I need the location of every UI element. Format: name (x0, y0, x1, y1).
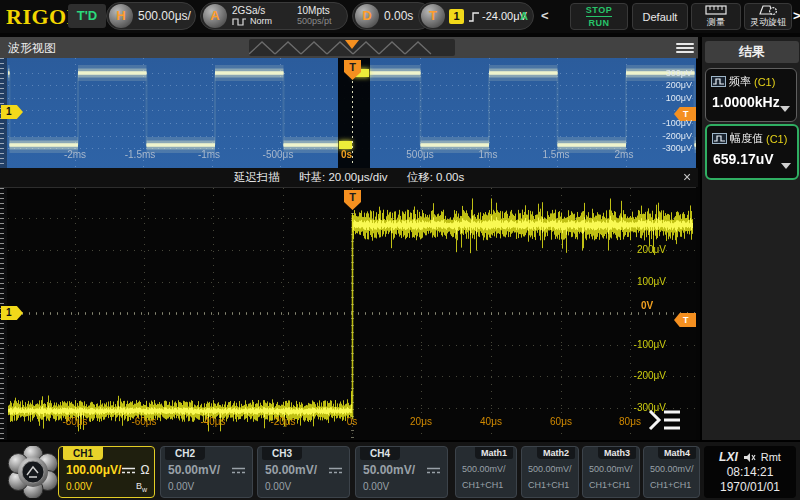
math-scale: 500.00mV/ (528, 464, 572, 474)
overview-time-label: -500μs (263, 149, 294, 160)
dc-coupling-icon (328, 466, 343, 475)
lxi-label: LXI (719, 450, 738, 464)
system-status-block[interactable]: LXI Rmt 08:14:21 1970/01/01 (704, 446, 796, 498)
results-title: 结果 (705, 41, 799, 63)
quick-menu-icon[interactable] (646, 408, 684, 432)
main-volt-label: 200μV (637, 244, 666, 255)
channel-offset: 0.00V (265, 481, 291, 492)
channel-scale: 100.00μV/ (66, 463, 121, 477)
math-tab: Math2 (537, 447, 575, 459)
result-item-header: 频率(C1) (711, 74, 775, 89)
measure-button[interactable]: 测量 (691, 3, 741, 30)
overview-volt-label: 200μV (666, 80, 692, 90)
math-expression: CH1+CH1 (462, 480, 503, 490)
trigger-status-badge: T'D (68, 4, 106, 28)
channel-tab: CH2 (165, 447, 205, 460)
math-block-math3[interactable]: Math3500.00mV/CH1+CH1 (582, 446, 640, 498)
channel-block-ch4[interactable]: CH450.00mV/0.00V (355, 446, 448, 498)
zero-volt-label: 0V (641, 300, 653, 311)
math-expression: CH1+CH1 (650, 480, 691, 490)
channel-scale-row: 50.00mV/ (265, 463, 343, 477)
channel-block-ch3[interactable]: CH350.00mV/0.00V (257, 446, 350, 498)
channel-scale: 50.00mV/ (265, 463, 317, 477)
result-source: (C1) (766, 133, 787, 145)
channel-scale-row: 100.00μV/Ω (66, 463, 148, 477)
channel-offset-row: 0.00V (363, 481, 440, 492)
measure-waveform-icon (711, 76, 726, 87)
channel-scale-row: 50.00mV/ (363, 463, 441, 477)
main-volt-label: -100μV (634, 339, 666, 350)
horizontal-key-icon: H (109, 4, 133, 28)
math-block-math4[interactable]: Math4500.00mV/CH1+CH1 (643, 446, 700, 498)
main-time-label: 20μs (410, 416, 432, 427)
navigation-knob-icon[interactable] (7, 446, 59, 498)
memory-position-strip[interactable] (249, 39, 455, 56)
memory-depth: 10Mpts (297, 5, 332, 16)
overview-waveform-panel: 1 T T 0s -2ms-1.5ms-1ms-500μs500μs1ms1.5… (0, 58, 696, 168)
math-scale: 500.00mV/ (650, 464, 694, 474)
math-tab: Math1 (475, 447, 513, 459)
channel-offset: 0.00V (363, 481, 389, 492)
channel-coupling-icons (328, 466, 343, 475)
main-volt-label: 100μV (637, 276, 666, 287)
main-volt-label: -200μV (634, 370, 666, 381)
rising-edge-icon (468, 11, 480, 23)
close-icon[interactable]: × (678, 168, 696, 187)
overview-time-label: 1.5ms (542, 149, 569, 160)
result-item-1[interactable]: 频率(C1)1.0000kHz (705, 68, 797, 122)
waveform-view-header: 波形视图 (0, 37, 698, 59)
waveform-view-title: 波形视图 (8, 40, 56, 57)
channel-block-ch2[interactable]: CH250.00mV/0.00V (160, 446, 253, 498)
overview-volt-label: 300μV (666, 68, 692, 78)
channel-scale: 50.00mV/ (363, 463, 415, 477)
channel-offset-row: 0.00VBw (66, 481, 147, 493)
math-block-math2[interactable]: Math2500.00mV/CH1+CH1 (521, 446, 579, 498)
acquire-rate-mode: 2GSa/s Norm (232, 5, 272, 27)
math-expression: CH1+CH1 (528, 480, 569, 490)
delay-value: 0.00s (384, 9, 413, 23)
channel-tab: CH1 (63, 447, 103, 460)
measure-waveform-icon (712, 133, 727, 144)
chevron-down-icon[interactable] (781, 163, 791, 169)
math-scale: 500.00mV/ (589, 464, 633, 474)
math-scale: 500.00mV/ (462, 464, 506, 474)
toolbar-scroll-left[interactable]: < (541, 8, 549, 23)
square-wave-icon (232, 17, 247, 26)
overview-time-label: -1.5ms (125, 149, 156, 160)
delay-sweep-offset: 位移: 0.00s (407, 171, 465, 183)
menu-icon[interactable] (676, 41, 694, 55)
ruler-icon (705, 5, 727, 15)
dc-coupling-icon (231, 466, 246, 475)
chevron-down-icon[interactable] (780, 106, 790, 112)
dc-coupling-icon (121, 466, 136, 475)
delay-key-icon: D (355, 4, 379, 28)
sample-resolution: 500ps/pt (297, 16, 332, 27)
default-button[interactable]: Default (632, 3, 688, 30)
channel-scale-row: 50.00mV/ (168, 463, 246, 477)
channel-scale: 50.00mV/ (168, 463, 220, 477)
channel-block-ch1[interactable]: CH1100.00μV/Ω0.00VBw (58, 446, 155, 498)
overview-volt-label: 100μV (666, 93, 692, 103)
main-time-label: 40μs (480, 416, 502, 427)
result-name: 幅度值 (730, 131, 763, 146)
channel-coupling-icons (231, 466, 246, 475)
main-time-label: 0s (347, 416, 358, 427)
math-block-math1[interactable]: Math1500.00mV/CH1+CH1 (455, 446, 517, 498)
main-waveform-panel: 1 T T 0V -80μs-60μs-40μs-20μs0s20μs40μs6… (0, 187, 696, 441)
result-item-2[interactable]: 幅度值(C1)659.17uV (705, 124, 799, 180)
main-waveform-canvas (0, 188, 696, 441)
toolbar-scroll-right[interactable]: > (793, 8, 800, 23)
horizontal-scale-button[interactable]: H 500.00μs/ (106, 2, 196, 30)
acquire-button[interactable]: A 2GSa/s Norm 10Mpts 500ps/pt (200, 2, 348, 30)
result-item-header: 幅度值(C1) (712, 131, 787, 146)
trigger-button[interactable]: T 1 -24.00μV A (418, 2, 534, 30)
flex-knob-button[interactable]: 灵动旋钮 (744, 3, 792, 30)
oscilloscope-screen: RIGOL T'D H 500.00μs/ A 2GSa/s Norm 10Mp… (0, 0, 800, 500)
top-toolbar: RIGOL T'D H 500.00μs/ A 2GSa/s Norm 10Mp… (0, 0, 800, 33)
result-name: 频率 (729, 74, 751, 89)
run-stop-button[interactable]: STOP RUN (570, 3, 628, 30)
trigger-source-badge: 1 (449, 9, 464, 24)
main-time-label: -40μs (200, 416, 225, 427)
acquire-key-icon: A (203, 4, 227, 28)
main-time-label: 80μs (619, 416, 641, 427)
